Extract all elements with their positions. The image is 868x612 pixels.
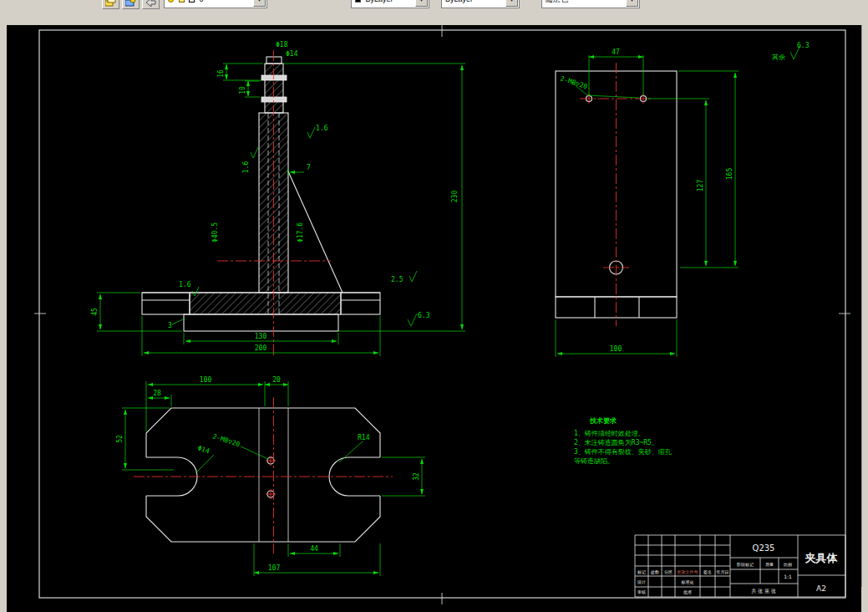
dim-165: 165 [726,168,733,181]
tb-label-date: 年月日 [717,569,729,575]
top-hole-crosses [266,456,276,499]
lineweight-combo[interactable]: 随层色 ▼ [541,0,640,8]
dim-100-top: 100 [200,376,212,384]
washer-band-1 [261,75,287,80]
dim-28: 28 [153,390,161,397]
layer-previous-icon[interactable] [142,0,160,9]
foot [184,314,338,331]
neck-section [265,64,283,113]
dim-32: 32 [413,472,420,481]
bulb-icon [168,0,174,3]
dim-20: 20 [272,376,281,384]
cad-application-window: { "toolbar": { "icons": ["layers-icon", … [0,0,868,612]
sheet-info: 共 张 第 张 [751,588,776,594]
layer-color-swatch [189,0,195,3]
surface-note-value: 6.3 [797,42,810,49]
dim-45: 45 [91,308,99,316]
tb-label-zone: 分区 [664,569,673,574]
dim-r14: R14 [358,434,370,441]
top-outline-lower [146,496,380,542]
layers-icon[interactable] [102,0,119,9]
base-section [190,293,341,314]
layer-state-icon[interactable] [122,0,140,9]
tb-label-standard: 标准化 [681,579,694,585]
layer-state-icon-glyph [125,0,136,7]
ra-top: 1.6 [316,125,328,132]
top-outline-upper [146,408,380,457]
top-view: 100 20 28 52 32 44 107 R14 Φ14 2-M8▽20 [116,376,425,576]
tb-label-signature: 签名 [703,569,712,575]
sheet-size: A2 [816,584,826,593]
dim-top-a: Φ18 [276,41,288,48]
chevron-down-icon[interactable]: ▼ [415,0,428,7]
side-foot-lines [595,297,639,318]
scale-value: 1:1 [784,574,792,579]
layer-combo[interactable]: 0 ▼ [164,0,267,8]
dim-44: 44 [310,545,318,553]
title-block: Q235 夹具体 A2 1:1 共 张 第 张 标记 处数 分区 更改文件号 签… [635,535,845,597]
properties-toolbar: 0 ▼ ByLayer ▼ ByLayer ▼ 随层色 ▼ [0,0,868,25]
layer-combo-value: 0 [200,0,204,3]
left-flange [142,293,190,314]
dim-130: 130 [255,333,267,340]
tb-label-check: 审核 [637,589,646,594]
side-extension-lines [556,55,739,357]
dim-200: 200 [255,344,267,352]
tech-req-line: 3、铸件不得有裂纹、夹砂、缩孔 [574,448,673,456]
surface-note-prefix: 其余 [772,54,785,61]
tb-label-change-doc: 更改文件号 [678,569,698,574]
stud-cap [266,57,282,64]
tb-label-mark: 标记 [637,569,646,575]
chevron-down-icon[interactable]: ▼ [505,0,518,7]
tech-req-line: 1、铸件须经时效处理。 [574,430,645,437]
technical-requirements: 技术要求 1、铸件须经时效处理。 2、未注铸造圆角为R3~R5。 3、铸件不得有… [574,417,673,465]
dim-3: 3 [168,322,172,329]
dim-47: 47 [612,48,620,56]
linetype-combo[interactable]: ByLayer ▼ [441,0,520,8]
dim-top-b: Φ14 [286,50,298,58]
color-combo[interactable]: ByLayer ▼ [351,0,429,8]
tech-req-line: 2、未注铸造圆角为R3~R5。 [574,439,658,446]
tb-label-design: 设计 [637,579,646,584]
front-view: 230 200 130 45 3 7 16 10 Φ18 Φ14 Φ40.5 Φ… [91,41,465,358]
dim-127: 127 [697,180,704,192]
top-holes-callout: 2-M8▽20 [211,432,241,448]
chevron-down-icon[interactable]: ▼ [253,0,266,7]
dim-bore-left: Φ40.5 [211,222,219,242]
part-name: 夹具体 [805,552,839,564]
right-flange [341,293,380,314]
surface-finish-note: 其余 6.3 [772,42,810,61]
color-combo-value: ByLayer [366,0,393,3]
chevron-down-icon[interactable]: ▼ [626,0,638,7]
dim-10: 10 [239,86,246,94]
layer-previous-icon-glyph [145,0,156,7]
tb-label-approve: 批准 [683,589,692,595]
ra-base: 1.6 [179,281,191,288]
dim-52: 52 [116,435,124,443]
dim-16: 16 [217,69,225,78]
tb-label-weight: 质量 [765,562,774,567]
dim-100-side: 100 [610,345,622,353]
ra-bottom: 6.3 [418,312,430,319]
side-holes-callout: 2-M8▽20 [559,74,588,90]
ra-side: 2.5 [391,276,404,283]
linetype-combo-value: ByLayer [445,0,473,3]
lineweight-combo-value: 随层色 [546,0,568,3]
top-centerlines [134,397,393,553]
tech-req-title: 技术要求 [589,417,617,425]
tb-label-scale: 比例 [784,562,792,568]
tb-label-count: 处数 [651,569,659,575]
material-value: Q235 [753,543,775,553]
side-centerlines [580,63,653,326]
right-edge-panel [861,25,868,587]
drawing-canvas[interactable]: 230 200 130 45 3 7 16 10 Φ18 Φ14 Φ40.5 Φ… [7,25,861,612]
freeze-icon [179,0,185,3]
dim-230: 230 [451,191,459,203]
drawing-sheet: 230 200 130 45 3 7 16 10 Φ18 Φ14 Φ40.5 Φ… [7,25,861,612]
dim-7: 7 [307,164,311,171]
tech-req-line: 等铸造缺陷。 [574,457,614,465]
dim-107: 107 [268,564,281,572]
tb-label-stage: 阶段标记 [737,562,754,568]
color-swatch-icon [355,0,361,3]
dim-bore-right: Φ17.6 [297,222,304,242]
